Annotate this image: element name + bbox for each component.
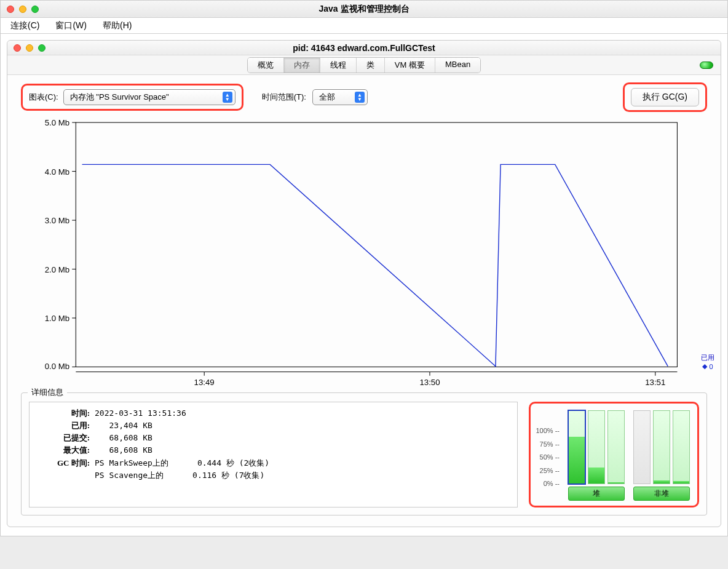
tab-overview[interactable]: 概览 (248, 58, 284, 73)
scale-100: 100% -- (536, 427, 560, 434)
time-range-value: 全部 (319, 92, 335, 103)
nonheap-bar-2[interactable] (653, 410, 670, 484)
gc-button-highlight: 执行 GC(G) (623, 82, 707, 112)
tab-classes[interactable]: 类 (357, 58, 385, 73)
chart-combo[interactable]: 内存池 "PS Survivor Space" ▲▼ (63, 89, 235, 105)
svg-text:13:51: 13:51 (645, 378, 665, 387)
svg-text:0.0 Mb: 0.0 Mb (45, 362, 69, 371)
window-title: Java 监视和管理控制台 (1, 4, 727, 15)
chevron-updown-icon: ▲▼ (355, 92, 365, 103)
chart-label: 图表(C): (29, 92, 58, 103)
svg-text:13:49: 13:49 (194, 378, 215, 387)
time-range-combo[interactable]: 全部 ▲▼ (312, 89, 368, 105)
detail-time-value: 2022-03-31 13:51:36 (90, 407, 186, 420)
detail-gc-value-2: PS Scavenge上的 0.116 秒 (7收集) (90, 469, 264, 482)
tab-threads[interactable]: 线程 (320, 58, 357, 73)
svg-text:5.0 Mb: 5.0 Mb (45, 119, 69, 127)
details-fieldset: 详细信息 时间: 2022-03-31 13:51:36 已用: 23,404 … (21, 392, 707, 515)
nonheap-bar-group: 非堆 (633, 410, 690, 501)
details-info-box: 时间: 2022-03-31 13:51:36 已用: 23,404 KB 已提… (29, 402, 518, 507)
memory-chart: 5.0 Mb 4.0 Mb 3.0 Mb 2.0 Mb 1.0 Mb 0.0 M… (32, 119, 696, 384)
nonheap-bar-1[interactable] (633, 410, 651, 484)
tab-row: 概览 内存 线程 类 VM 概要 MBean (7, 55, 721, 75)
heap-bar-3[interactable] (607, 410, 625, 484)
time-range-label: 时间范围(T): (262, 92, 306, 103)
svg-text:13:50: 13:50 (419, 378, 440, 387)
tab-mbean[interactable]: MBean (435, 58, 480, 73)
bars-scale: 100% -- 75% -- 50% -- 25% -- 0% -- (536, 427, 560, 501)
tab-vm-summary[interactable]: VM 概要 (385, 58, 435, 73)
detail-gc-value-1: PS MarkSweep上的 0.444 秒 (2收集) (90, 457, 269, 469)
nonheap-bar-3[interactable] (673, 410, 690, 484)
filter-row: 图表(C): 内存池 "PS Survivor Space" ▲▼ 时间范围(T… (7, 75, 721, 119)
menubar: 连接(C) 窗口(W) 帮助(H) (1, 18, 727, 34)
scale-75: 75% -- (540, 440, 560, 448)
tab-memory[interactable]: 内存 (284, 58, 320, 73)
scale-50: 50% -- (540, 453, 560, 461)
detail-used-value: 23,404 KB (90, 420, 152, 432)
detail-max-label: 最大值: (36, 444, 90, 456)
outer-titlebar: Java 监视和管理控制台 (1, 1, 727, 18)
inner-titlebar: pid: 41643 edward.com.FullGCTest (7, 41, 721, 55)
heap-bar-1[interactable] (568, 410, 585, 484)
legend-used-value: 0 (709, 363, 713, 370)
memory-bars-panel: 100% -- 75% -- 50% -- 25% -- 0% -- 堆 (529, 402, 699, 507)
detail-time-label: 时间: (36, 407, 90, 420)
heap-bar-group: 堆 (568, 410, 625, 501)
inner-title: pid: 41643 edward.com.FullGCTest (7, 43, 721, 53)
detail-max-value: 68,608 KB (90, 444, 152, 456)
svg-text:1.0 Mb: 1.0 Mb (45, 314, 69, 323)
chart-selector-highlight: 图表(C): 内存池 "PS Survivor Space" ▲▼ (21, 84, 243, 111)
tab-segment: 概览 内存 线程 类 VM 概要 MBean (247, 57, 481, 73)
detail-used-label: 已用: (36, 420, 90, 432)
svg-text:3.0 Mb: 3.0 Mb (45, 216, 69, 225)
detail-committed-value: 68,608 KB (90, 432, 152, 444)
main-window: Java 监视和管理控制台 连接(C) 窗口(W) 帮助(H) pid: 416… (0, 0, 728, 536)
chevron-updown-icon: ▲▼ (223, 92, 232, 103)
details-legend: 详细信息 (28, 387, 67, 398)
heap-bar-2[interactable] (588, 410, 605, 484)
chart-legend: 已用 ◆ 0 (701, 353, 714, 370)
menu-window[interactable]: 窗口(W) (52, 20, 90, 31)
heap-button[interactable]: 堆 (568, 487, 625, 501)
svg-rect-0 (76, 122, 677, 367)
chart-combo-value: 内存池 "PS Survivor Space" (70, 92, 169, 103)
perform-gc-button[interactable]: 执行 GC(G) (631, 88, 699, 106)
connection-status-icon (700, 62, 713, 69)
inner-panel: pid: 41643 edward.com.FullGCTest 概览 内存 线… (7, 40, 721, 527)
detail-gc-label: GC 时间: (36, 457, 90, 469)
scale-25: 25% -- (540, 467, 560, 474)
scale-0: 0% -- (544, 480, 560, 487)
svg-text:4.0 Mb: 4.0 Mb (45, 167, 69, 177)
svg-text:2.0 Mb: 2.0 Mb (45, 265, 69, 274)
detail-committed-label: 已提交: (36, 432, 90, 444)
nonheap-button[interactable]: 非堆 (633, 487, 690, 501)
menu-connection[interactable]: 连接(C) (7, 20, 43, 31)
menu-help[interactable]: 帮助(H) (99, 20, 135, 31)
legend-used-label: 已用 (701, 353, 714, 362)
